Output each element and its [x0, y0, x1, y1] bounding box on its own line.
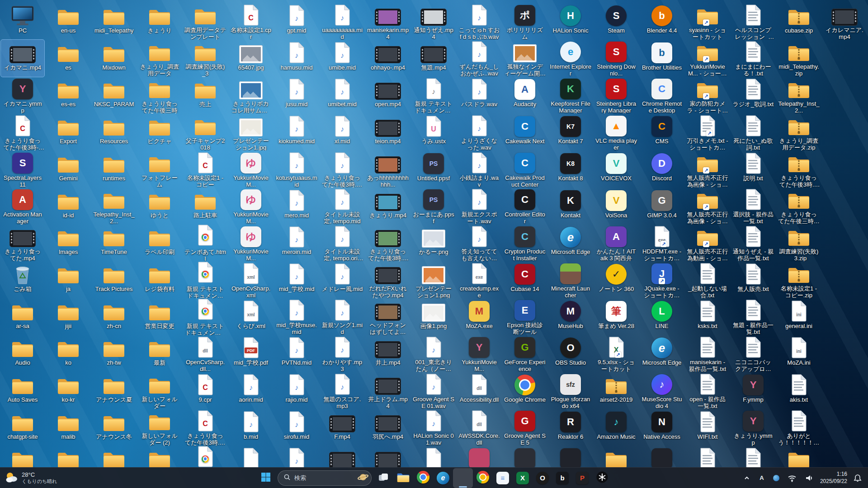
desktop-icon[interactable]: 路上駐車	[184, 188, 227, 225]
desktop-icon[interactable]: xmlOpenCvSharp.xml	[229, 261, 273, 298]
desktop-icon[interactable]	[366, 446, 410, 467]
desktop-icon[interactable]: ja	[47, 261, 90, 298]
desktop-icon[interactable]: J↗JQuake.exe - ショートカット	[640, 261, 684, 298]
desktop-icon[interactable]: ♪sirofu.mid	[275, 409, 318, 446]
desktop-icon[interactable]: K8Kontakt 8	[549, 150, 592, 188]
desktop-icon[interactable]: AAudacity	[503, 76, 547, 113]
desktop-icon[interactable]: ゆYukkuriMovieM...	[229, 224, 273, 261]
desktop-icon[interactable]: ♪	[275, 446, 318, 467]
desktop-icon[interactable]: es-es	[47, 76, 90, 113]
desktop-icon[interactable]: C9.cpr	[184, 372, 227, 409]
desktop-icon[interactable]: es	[47, 40, 90, 77]
desktop-icon[interactable]: 調査練習(失敗)_3.zip	[777, 224, 821, 261]
desktop-icon[interactable]: 通知うぜえ.mp4	[412, 3, 455, 40]
desktop-icon[interactable]: 筆筆まめ Ver.28	[594, 298, 638, 335]
desktop-icon[interactable]: Resources	[92, 113, 136, 150]
desktop-icon[interactable]: ポポリリリリズム	[503, 3, 547, 40]
desktop-icon[interactable]: RReaktor 6	[549, 409, 592, 446]
desktop-icon[interactable]	[1, 446, 44, 467]
desktop-icon[interactable]	[549, 446, 592, 467]
desktop-icon[interactable]: きょうり_調査用データ.zip	[777, 113, 821, 150]
ime-indicator[interactable]: A	[757, 473, 767, 483]
desktop-icon[interactable]: open - 親作品一覧.txt	[686, 372, 729, 409]
desktop-icon[interactable]: Uうみ.ustx	[412, 113, 455, 150]
desktop-icon[interactable]: 死にたい_ぬ歌詞.txt	[731, 113, 775, 150]
desktop-icon[interactable]: フォトフレーム	[138, 150, 181, 188]
desktop-icon[interactable]	[321, 446, 364, 467]
desktop-icon[interactable]: KKontakt	[549, 188, 592, 225]
desktop-icon[interactable]: イカレマニア.mp4	[823, 3, 866, 40]
desktop-icon[interactable]: Minecraft Launcher	[549, 261, 592, 298]
desktop-icon[interactable]	[92, 446, 136, 467]
tray-chevron-up-icon[interactable]	[741, 473, 752, 483]
desktop-icon[interactable]: 父子キャンプ2018	[184, 113, 227, 150]
desktop-icon[interactable]: GGeForce Experience	[503, 335, 547, 372]
desktop-icon[interactable]: まにまにわーる！.txt	[731, 40, 775, 77]
desktop-icon[interactable]: 新規 テキスト ドキュメント.html	[184, 298, 227, 335]
desktop-icon[interactable]: eInternet Explorer	[549, 40, 592, 77]
tray-app-icon[interactable]	[771, 473, 781, 483]
taskbar-google-chrome[interactable]	[413, 468, 433, 488]
desktop-icon[interactable]: dllOpenCvSharp.dll...	[184, 335, 227, 372]
desktop-icon[interactable]: 売上	[184, 76, 227, 113]
desktop-icon[interactable]: midi_Telepathy.zip	[777, 40, 821, 77]
desktop-icon[interactable]	[594, 446, 638, 467]
desktop-icon[interactable]: ↗YukkuriMovieM... - ショートカット	[686, 40, 729, 77]
desktop-icon[interactable]: Cきょうり食ってた午後3時.cpr	[184, 409, 227, 446]
desktop-icon[interactable]: ♪タイトル未設定, tempo.orig1.mid	[321, 224, 364, 261]
desktop-icon[interactable]: jijii	[47, 298, 90, 335]
desktop-icon[interactable]: id-id	[47, 188, 90, 225]
desktop-icon[interactable]	[503, 446, 547, 467]
desktop-icon[interactable]: きょうり食ってた午後三時.zip	[777, 188, 821, 225]
desktop-icon[interactable]: ♪こってゅh すおf d s b ぶb.wav	[458, 3, 501, 40]
desktop-icon[interactable]: ♪ずんだもん_しおかぜふ..wav	[458, 40, 501, 77]
desktop-icon[interactable]: レジ袋有料	[138, 261, 181, 298]
desktop-icon[interactable]: SSteam	[594, 3, 638, 40]
desktop-icon[interactable]: ラベル印刷	[138, 224, 181, 261]
desktop-icon[interactable]: きょうり.mp4	[366, 188, 410, 225]
desktop-icon[interactable]: MMoZA.exe	[458, 298, 501, 335]
desktop-icon[interactable]: ♪gpt.mid	[275, 3, 318, 40]
desktop-icon[interactable]: Google Chrome	[503, 372, 547, 409]
desktop-icon[interactable]: Track Pictures	[92, 261, 136, 298]
desktop-icon[interactable]: イカマニ.mp4	[1, 40, 44, 77]
desktop-icon[interactable]: ヘルスコンプレッション__歌詞.txt	[731, 3, 775, 40]
desktop-icon[interactable]	[138, 446, 181, 467]
desktop-icon[interactable]: Telepathy_Inst_2...	[92, 188, 136, 225]
desktop-icon[interactable]: 選択肢 - 親作品一覧.txt	[731, 188, 775, 225]
desktop-icon[interactable]: アナウンス夏	[92, 372, 136, 409]
desktop-icon[interactable]: AActivation Manager	[1, 188, 44, 225]
desktop-icon[interactable]: OOBS Studio	[549, 335, 592, 372]
desktop-icon[interactable]: TimeTune	[92, 224, 136, 261]
desktop-icon[interactable]: PSUntitled.ppsf	[412, 150, 455, 188]
desktop-icon[interactable]: 新規 テキスト ドキュメント (2).html	[184, 261, 227, 298]
desktop-icon[interactable]: 調査用データテンプレート	[184, 3, 227, 40]
desktop-icon[interactable]: きょうり食ってた午後3時.zip	[777, 150, 821, 188]
desktop-icon[interactable]	[777, 446, 821, 467]
desktop-icon[interactable]: Aかんたん！AITalk 3 関西弁	[594, 224, 638, 261]
desktop-icon[interactable]: GGIMP 3.0.4	[640, 188, 684, 225]
desktop-icon[interactable]: xmlくらび.xml	[229, 298, 273, 335]
desktop-icon[interactable]: ♪PVTNd.mid	[275, 335, 318, 372]
taskbar-clock[interactable]: 1:16 2025/09/22	[820, 471, 847, 485]
desktop-icon[interactable]: malib	[47, 409, 90, 446]
desktop-icon[interactable]: アナウンス冬	[92, 409, 136, 446]
volume-icon[interactable]	[803, 472, 816, 484]
desktop-icon[interactable]: 通知うぜえ - 親作品一覧.txt	[731, 224, 775, 261]
desktop-icon[interactable]: EEpson 接続診断ツール	[503, 298, 547, 335]
desktop-icon[interactable]: ♪mid_学校.mid	[275, 261, 318, 298]
desktop-icon[interactable]: CCMS	[640, 113, 684, 150]
desktop-icon[interactable]: ニコニコバックアップロード.txt	[731, 335, 775, 372]
desktop-icon[interactable]: airset2-2019	[594, 372, 638, 409]
desktop-icon[interactable]: 調査練習(失敗)_3	[184, 40, 227, 77]
desktop-icon[interactable]	[640, 446, 684, 467]
desktop-icon[interactable]: ksks.txt	[686, 298, 729, 335]
desktop-icon[interactable]: 羽尻へ.mp4	[366, 409, 410, 446]
desktop-icon[interactable]: Auto Saves	[1, 372, 44, 409]
desktop-icon[interactable]: ohhayo-.mp4	[366, 40, 410, 77]
desktop-icon[interactable]: SSpectraLayers 11	[1, 150, 44, 188]
desktop-icon[interactable]: ♪b.mid	[229, 409, 273, 446]
desktop-icon[interactable]: プレゼンテーション1.png	[412, 261, 455, 298]
desktop-icon[interactable]	[47, 446, 90, 467]
desktop-icon[interactable]: ♪新規エクスポート.wav	[458, 188, 501, 225]
